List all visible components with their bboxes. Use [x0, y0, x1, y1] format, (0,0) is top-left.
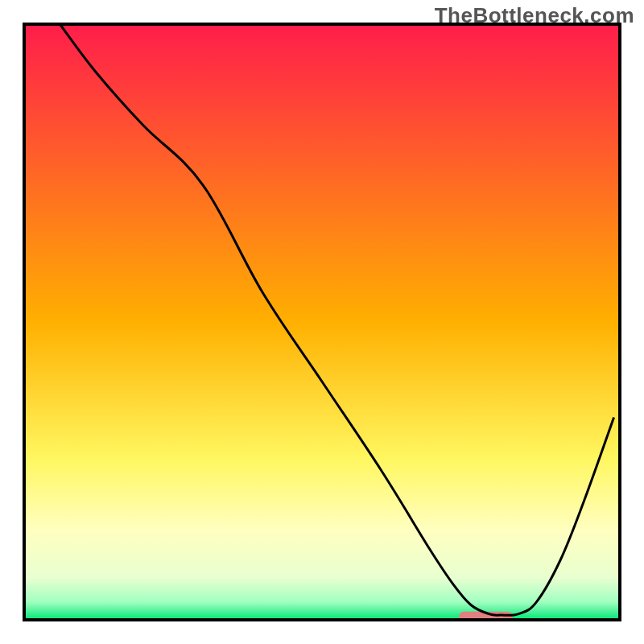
- chart-container: TheBottleneck.com: [0, 0, 644, 644]
- bottleneck-chart: [0, 0, 644, 644]
- plot-background-gradient: [24, 24, 620, 620]
- watermark-text: TheBottleneck.com: [435, 3, 634, 28]
